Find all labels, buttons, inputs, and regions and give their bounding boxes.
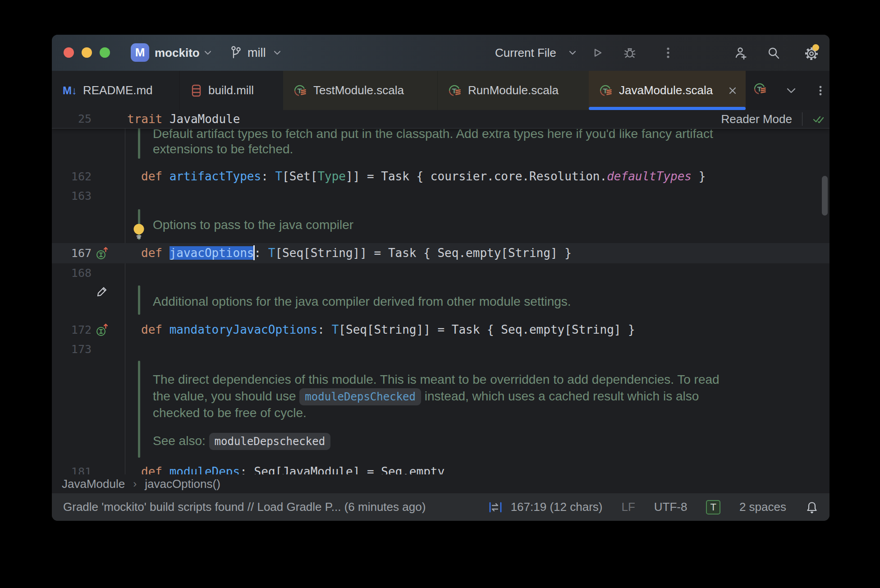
tab-runmodule-scala[interactable]: RunModule.scala [438, 71, 589, 110]
editor-pane[interactable]: Default artifact types to fetch and put … [52, 110, 830, 474]
mill-icon [190, 84, 202, 97]
minimize-window-button[interactable] [82, 47, 92, 58]
git-branch-icon [229, 45, 243, 60]
divider [802, 112, 802, 126]
editor-tab-bar: M↓README.mdbuild.millTestModule.scalaRun… [52, 71, 830, 110]
tab-label: TestModule.scala [313, 83, 404, 97]
intention-lightbulb-icon[interactable] [133, 223, 146, 240]
scala-icon [294, 84, 307, 97]
status-message[interactable]: Gradle 'mockito' build scripts found // … [63, 500, 426, 514]
tab-javamodule-scala[interactable]: JavaModule.scala [589, 71, 746, 110]
code-line[interactable]: def artifactTypes: T[Set[Type]] = Task {… [141, 166, 706, 187]
reader-mode-label[interactable]: Reader Mode [721, 112, 792, 126]
title-bar: M mockito mill Current File [52, 35, 830, 71]
search-icon[interactable] [766, 46, 780, 60]
tab-testmodule-scala[interactable]: TestModule.scala [283, 71, 438, 110]
line-number[interactable]: 162 [52, 166, 92, 187]
sticky-line-code: trait JavaModule [127, 110, 240, 128]
doc-comment-bar [138, 361, 140, 458]
line-number[interactable]: 173 [52, 339, 92, 359]
tab-build-mill[interactable]: build.mill [179, 71, 283, 110]
project-selector[interactable]: mockito [155, 35, 200, 71]
breadcrumb-separator: › [133, 478, 137, 490]
bell-icon[interactable] [805, 501, 819, 514]
file-encoding[interactable]: UTF-8 [654, 500, 688, 514]
settings-notification-dot [812, 44, 819, 51]
close-window-button[interactable] [64, 47, 74, 58]
tab-readme-md[interactable]: M↓README.md [52, 71, 179, 110]
pencil-icon[interactable] [95, 282, 115, 302]
file-type-badge[interactable]: T [706, 500, 720, 514]
code-with-me-icon[interactable] [734, 46, 747, 60]
tab-options-kebab-button[interactable] [814, 84, 827, 97]
code-line[interactable]: def moduleDeps: Seq[JavaModule] = Seq.em… [141, 462, 445, 475]
code-line[interactable]: def javacOptions: T[Seq[String]] = Task … [141, 243, 572, 263]
branch-selector[interactable]: mill [248, 35, 266, 71]
inspections-ok-icon[interactable] [811, 112, 825, 126]
run-configuration-selector[interactable]: Current File [495, 35, 556, 71]
hidden-tabs-chevron-button[interactable] [784, 84, 798, 97]
implemented-marker-icon[interactable] [95, 243, 115, 263]
settings-gear-icon[interactable] [804, 46, 817, 60]
line-number[interactable]: 167 [52, 243, 92, 263]
active-tab-underline [589, 107, 746, 110]
sticky-line-number: 25 [52, 110, 92, 128]
inline-code-chip: moduleDepsChecked [299, 388, 421, 405]
tab-separator [179, 71, 180, 110]
doc-comment-line[interactable]: Options to pass to the java compiler [153, 215, 353, 235]
inline-code-chip: moduleDepschecked [209, 433, 331, 450]
tab-label: README.md [83, 83, 153, 97]
line-number[interactable]: 163 [52, 186, 92, 206]
swap-arrows-icon[interactable] [488, 500, 503, 514]
status-bar: Gradle 'mockito' build scripts found // … [52, 493, 830, 521]
scala-icon [449, 84, 462, 97]
tab-label: JavaModule.scala [619, 83, 713, 97]
gutter-divider [125, 129, 125, 474]
doc-comment-bar [138, 285, 140, 315]
scala-icon [754, 82, 767, 96]
doc-comment-line[interactable]: Additional options for the java compiler… [153, 291, 571, 312]
line-number[interactable]: 172 [52, 320, 92, 340]
markdown-icon: M↓ [63, 84, 77, 97]
implemented-marker-icon[interactable] [95, 320, 115, 340]
project-icon[interactable]: M [131, 43, 149, 62]
breadcrumb-bar: JavaModule › javacOptions() [52, 474, 830, 493]
code-line[interactable]: def mandatoryJavacOptions: T[Seq[String]… [141, 320, 635, 340]
indent-style[interactable]: 2 spaces [739, 500, 786, 514]
doc-comment-bar [138, 128, 140, 159]
chevron-down-icon [568, 49, 577, 57]
line-number[interactable]: 168 [52, 263, 92, 283]
line-separator[interactable]: LF [621, 500, 635, 514]
run-button[interactable] [591, 46, 604, 60]
more-actions-button[interactable] [661, 46, 675, 60]
doc-comment-line[interactable]: checked to be free of cycle. [153, 403, 307, 423]
breadcrumb-item[interactable]: javacOptions() [145, 477, 220, 491]
chevron-down-icon [203, 49, 212, 57]
breadcrumb-item[interactable]: JavaModule [62, 477, 125, 491]
doc-comment-line[interactable]: See also: moduleDepschecked [153, 431, 330, 451]
editor-scrollbar-thumb[interactable] [822, 176, 828, 216]
debug-button[interactable] [623, 46, 637, 60]
tab-label: build.mill [208, 83, 254, 97]
chevron-down-icon [273, 49, 282, 57]
zoom-window-button[interactable] [100, 47, 110, 58]
caret-position[interactable]: 167:19 (12 chars) [511, 500, 603, 514]
doc-comment-line[interactable]: extensions to be fetched. [153, 139, 293, 159]
sticky-line[interactable]: 25 trait JavaModule Reader Mode [52, 110, 830, 129]
tab-separator [437, 71, 438, 110]
scala-icon [600, 84, 613, 97]
line-number[interactable]: 181 [52, 462, 92, 475]
ide-window: M mockito mill Current File [52, 35, 830, 521]
tab-label: RunModule.scala [468, 83, 559, 97]
close-tab-icon[interactable] [727, 85, 738, 96]
